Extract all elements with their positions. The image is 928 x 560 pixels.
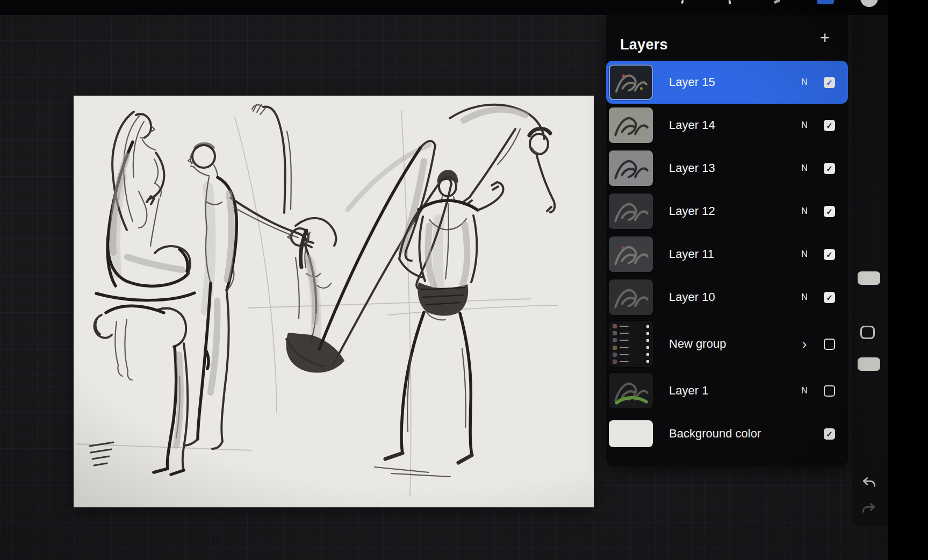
blend-mode-button[interactable]: N: [799, 120, 810, 130]
visibility-checkbox[interactable]: [824, 249, 835, 260]
blend-mode-button[interactable]: N: [799, 292, 810, 302]
layer-row[interactable]: Layer 11 N: [606, 233, 848, 276]
group-row[interactable]: New group ›: [606, 319, 848, 369]
layer-name: New group: [669, 337, 799, 351]
visibility-checkbox[interactable]: [824, 120, 835, 131]
gesture-figure-drawing: [74, 96, 594, 507]
layer-thumbnail[interactable]: [609, 373, 653, 408]
redo-icon[interactable]: [861, 500, 877, 516]
add-layer-button[interactable]: +: [816, 29, 834, 47]
top-toolbar: [0, 0, 928, 15]
visibility-checkbox[interactable]: [824, 206, 835, 217]
blend-mode-button[interactable]: N: [799, 77, 810, 87]
photo-black-edge: [888, 0, 928, 560]
layer-name: Layer 13: [669, 161, 799, 175]
layer-row[interactable]: Layer 13 N: [606, 147, 848, 190]
brush-opacity-slider-handle[interactable]: [858, 357, 880, 371]
modify-button[interactable]: [860, 326, 875, 339]
adjustments-icon[interactable]: [681, 0, 684, 4]
blend-mode-button[interactable]: N: [799, 206, 810, 216]
layer-row[interactable]: Layer 14 N: [606, 104, 848, 147]
visibility-checkbox[interactable]: [824, 163, 835, 174]
layer-name: Layer 11: [669, 247, 799, 261]
layers-button-active-icon[interactable]: [817, 0, 834, 4]
layer-thumbnail[interactable]: [609, 193, 653, 229]
layer-thumbnail[interactable]: [609, 420, 653, 447]
undo-icon[interactable]: [861, 475, 877, 491]
visibility-checkbox[interactable]: [824, 385, 835, 397]
layers-panel: Layers + Layer 15 N Layer 14 N Layer 13 …: [606, 15, 848, 466]
layer-thumbnail[interactable]: [609, 150, 653, 186]
background-color-row[interactable]: Background color: [606, 412, 848, 455]
layer-thumbnail[interactable]: [609, 64, 653, 100]
layer-name: Background color: [669, 427, 824, 441]
transform-icon[interactable]: [774, 0, 781, 4]
layer-thumbnail[interactable]: [609, 321, 653, 367]
drawing-canvas[interactable]: [74, 96, 594, 507]
layer-row[interactable]: Layer 1 N: [606, 369, 848, 412]
selection-icon[interactable]: [728, 0, 731, 4]
layer-row[interactable]: Layer 10 N: [606, 276, 848, 319]
layer-row[interactable]: Layer 12 N: [606, 190, 848, 233]
layer-thumbnail[interactable]: [609, 236, 653, 272]
brush-size-slider-handle[interactable]: [858, 271, 880, 285]
panel-title: Layers: [620, 37, 668, 53]
blend-mode-button[interactable]: N: [799, 386, 810, 396]
visibility-checkbox[interactable]: [824, 428, 835, 440]
layer-name: Layer 12: [669, 204, 799, 218]
color-swatch-icon[interactable]: [860, 0, 878, 7]
visibility-checkbox[interactable]: [824, 339, 835, 350]
procreate-screen: Layers + Layer 15 N Layer 14 N Layer 13 …: [0, 0, 928, 560]
layer-thumbnail[interactable]: [609, 279, 653, 315]
group-chevron-icon[interactable]: ›: [799, 339, 810, 349]
layer-name: Layer 1: [669, 384, 799, 398]
layer-row[interactable]: Layer 15 N: [606, 61, 848, 104]
visibility-checkbox[interactable]: [824, 77, 835, 88]
blend-mode-button[interactable]: N: [799, 163, 810, 173]
layer-thumbnail[interactable]: [609, 107, 653, 143]
visibility-checkbox[interactable]: [824, 292, 835, 303]
layers-panel-header: Layers +: [606, 15, 848, 61]
blend-mode-button[interactable]: N: [799, 249, 810, 259]
layer-list: Layer 15 N Layer 14 N Layer 13 N Layer 1…: [606, 61, 848, 455]
layer-name: Layer 15: [669, 75, 799, 89]
layer-name: Layer 10: [669, 290, 799, 304]
layer-name: Layer 14: [669, 118, 799, 132]
right-sidebar: [852, 15, 888, 526]
